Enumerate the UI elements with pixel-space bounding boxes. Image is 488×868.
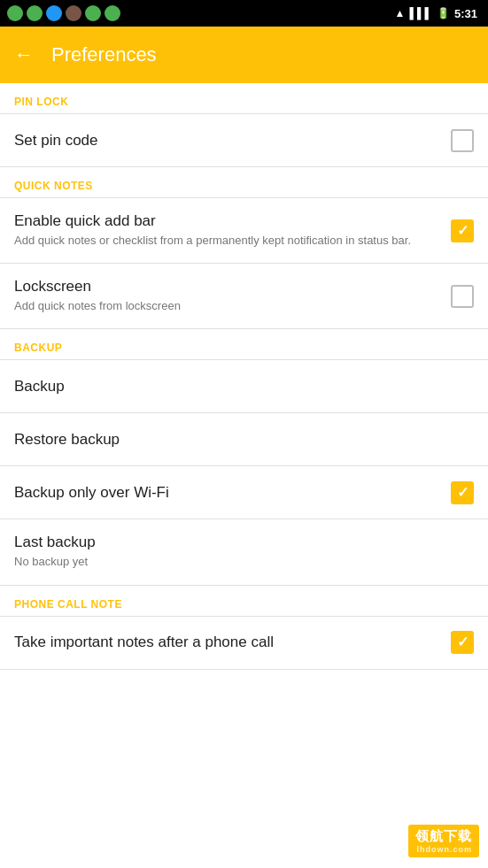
app-icon-3 <box>46 5 62 21</box>
status-time: 5:31 <box>454 7 477 20</box>
pref-item-action-backup-wifi <box>451 481 474 504</box>
pref-item-subtitle-enable-quick-add-bar: Add quick notes or checklist from a perm… <box>14 233 437 249</box>
pref-item-text-take-important-notes: Take important notes after a phone call <box>14 634 451 651</box>
pref-item-title-restore-backup: Restore backup <box>14 431 460 449</box>
watermark-sub: lhdown.com <box>415 845 472 854</box>
pref-item-backup-wifi[interactable]: Backup only over Wi-Fi <box>0 466 488 519</box>
app-bar-title: Preferences <box>51 43 157 66</box>
status-icons: ▲ ▌▌▌ 🔋 5:31 <box>395 7 477 20</box>
checkbox-backup-wifi[interactable] <box>451 481 474 504</box>
pref-item-backup[interactable]: Backup <box>0 360 488 413</box>
pref-item-take-important-notes[interactable]: Take important notes after a phone call <box>0 617 488 670</box>
pref-item-title-backup: Backup <box>14 378 460 396</box>
pref-item-title-lockscreen: Lockscreen <box>14 278 437 296</box>
pref-item-title-backup-wifi: Backup only over Wi-Fi <box>14 484 437 502</box>
checkbox-enable-quick-add-bar[interactable] <box>451 219 474 242</box>
pref-item-text-lockscreen: LockscreenAdd quick notes from lockscree… <box>14 278 451 314</box>
checkbox-set-pin-code[interactable] <box>451 129 474 152</box>
section-header-backup: BACKUP <box>0 329 488 359</box>
back-button[interactable]: ← <box>14 43 34 66</box>
battery-icon: 🔋 <box>437 7 450 19</box>
checkbox-take-important-notes[interactable] <box>451 631 474 654</box>
watermark: 领航下载 lhdown.com <box>408 825 479 857</box>
pref-item-lockscreen[interactable]: LockscreenAdd quick notes from lockscree… <box>0 264 488 329</box>
pref-item-text-backup: Backup <box>14 378 474 396</box>
pref-item-text-last-backup: Last backupNo backup yet <box>14 534 474 570</box>
pref-item-text-backup-wifi: Backup only over Wi-Fi <box>14 484 451 502</box>
app-icon-1 <box>7 5 23 21</box>
signal-icon: ▌▌▌ <box>409 7 432 19</box>
section-header-pin-lock: PIN LOCK <box>0 83 488 113</box>
pref-item-text-set-pin-code: Set pin code <box>14 132 451 150</box>
status-bar: ▲ ▌▌▌ 🔋 5:31 <box>0 0 488 27</box>
pref-item-enable-quick-add-bar[interactable]: Enable quick add barAdd quick notes or c… <box>0 198 488 264</box>
watermark-text: 领航下载 <box>415 828 472 843</box>
section-header-phone-call-note: PHONE CALL NOTE <box>0 586 488 616</box>
pref-item-action-set-pin-code <box>451 129 474 152</box>
app-icon-4 <box>66 5 81 21</box>
pref-item-restore-backup[interactable]: Restore backup <box>0 413 488 466</box>
top-app-icons <box>7 5 120 21</box>
app-icon-5 <box>85 5 101 21</box>
app-icon-2 <box>27 5 43 21</box>
pref-item-text-enable-quick-add-bar: Enable quick add barAdd quick notes or c… <box>14 212 451 249</box>
pref-item-title-take-important-notes: Take important notes after a phone call <box>14 634 437 651</box>
pref-item-action-lockscreen <box>451 285 474 308</box>
app-bar: ← Preferences <box>0 27 488 83</box>
wifi-icon: ▲ <box>395 7 406 19</box>
section-header-quick-notes: QUICK NOTES <box>0 167 488 197</box>
pref-item-text-restore-backup: Restore backup <box>14 431 474 449</box>
app-icon-6 <box>105 5 120 21</box>
preferences-content: PIN LOCKSet pin codeQUICK NOTESEnable qu… <box>0 83 488 868</box>
pref-item-title-last-backup: Last backup <box>14 534 460 551</box>
pref-item-action-take-important-notes <box>451 631 474 654</box>
pref-item-subtitle-lockscreen: Add quick notes from lockscreen <box>14 298 437 314</box>
checkbox-lockscreen[interactable] <box>451 285 474 308</box>
pref-item-title-enable-quick-add-bar: Enable quick add bar <box>14 212 437 230</box>
pref-item-last-backup[interactable]: Last backupNo backup yet <box>0 519 488 585</box>
pref-item-action-enable-quick-add-bar <box>451 219 474 242</box>
pref-item-title-set-pin-code: Set pin code <box>14 132 437 150</box>
pref-item-set-pin-code[interactable]: Set pin code <box>0 114 488 167</box>
pref-item-subtitle-last-backup: No backup yet <box>14 554 460 570</box>
